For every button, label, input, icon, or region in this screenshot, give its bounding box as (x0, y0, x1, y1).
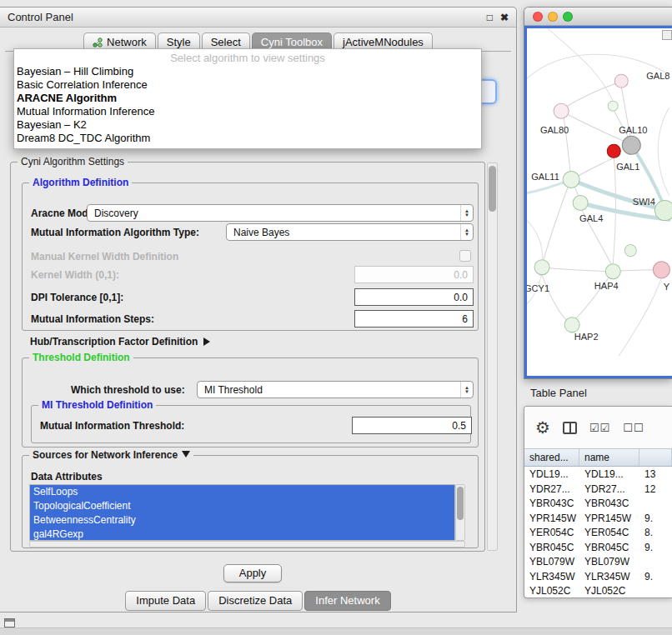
table-header-row: shared... name (524, 448, 672, 467)
bottom-taskbar-strip (0, 628, 672, 635)
mi-steps-field[interactable]: 6 (354, 310, 474, 328)
table-cell: YJL052C (524, 583, 579, 598)
table-row[interactable]: YLR345WYLR345W9. (524, 569, 672, 584)
expand-arrow-icon[interactable] (203, 338, 210, 346)
dropdown-item[interactable]: Dream8 DC_TDC Algorithm (14, 132, 481, 145)
network-node[interactable] (607, 144, 620, 158)
hub-definition-label: Hub/Transcription Factor Definition (30, 336, 198, 348)
network-node[interactable] (564, 318, 579, 332)
network-canvas[interactable]: GAL8GAL80GAL10GAL1GAL11SWI4GAL4GCY1HAP4H… (524, 26, 672, 378)
table-panel-title: Table Panel (530, 387, 587, 399)
table-row[interactable]: YBR045CYBR045C9. (524, 540, 672, 555)
table-cell: YBR043C (579, 496, 639, 511)
kernel-width-field[interactable]: 0.0 (354, 266, 474, 283)
mi-type-combobox[interactable]: Naive Bayes ▲▼ (226, 223, 474, 241)
select-all-checkboxes-icon[interactable]: ☑☑ (589, 422, 610, 434)
deselect-all-checkboxes-icon[interactable]: ☐☐ (623, 422, 644, 434)
scrollbar-thumb[interactable] (489, 166, 496, 212)
dropdown-item[interactable]: Mutual Information Inference (14, 105, 481, 118)
network-node[interactable] (608, 101, 618, 111)
attribute-item-selected[interactable]: gal4RGexp (30, 528, 454, 541)
network-node[interactable] (573, 195, 588, 210)
manual-kernel-checkbox[interactable] (459, 250, 471, 262)
table-row[interactable]: YER054CYER054C8. (524, 525, 672, 540)
collapse-arrow-icon[interactable] (182, 451, 190, 458)
table-row[interactable]: YDL19...YDL19...13 (524, 467, 672, 482)
column-header[interactable] (639, 449, 672, 466)
network-node[interactable] (653, 262, 669, 278)
attributes-hscrollbar[interactable] (29, 541, 465, 548)
hub-definition-toggle[interactable]: Hub/Transcription Factor Definition (30, 336, 210, 348)
table-cell: 9. (639, 511, 672, 526)
network-node[interactable] (534, 260, 549, 275)
combobox-stepper-icon[interactable]: ▲▼ (460, 382, 473, 398)
network-node[interactable] (622, 136, 640, 154)
attribute-item-selected[interactable]: BetweennessCentrality (30, 513, 454, 528)
zoom-traffic-light-icon[interactable] (563, 12, 573, 22)
which-threshold-combobox[interactable]: MI Threshold ▲▼ (197, 381, 474, 398)
table-cell: YBR043C (524, 496, 579, 511)
network-node[interactable] (654, 200, 672, 220)
table-cell: YBL079W (524, 554, 579, 569)
mi-type-label: Mutual Information Algorithm Type: (31, 227, 199, 238)
tab-infer-network[interactable]: Infer Network (304, 591, 390, 611)
gear-icon[interactable]: ⚙ (535, 419, 550, 436)
tab-label: jActiveMNodules (343, 36, 424, 48)
table-cell (639, 554, 672, 569)
network-node[interactable] (554, 103, 569, 118)
network-node[interactable] (605, 264, 620, 279)
network-node[interactable] (563, 171, 579, 188)
network-node-label: GAL8 (646, 71, 669, 81)
table-panel: ⚙ ☑☑ ☐☐ shared... name YDL19...YDL19...1… (524, 406, 672, 598)
network-icon (93, 38, 103, 48)
settings-scrollbar[interactable] (487, 162, 498, 551)
dpi-tolerance-label: DPI Tolerance [0,1]: (31, 292, 123, 303)
table-cell: YLR345W (579, 569, 639, 584)
table-row[interactable]: YBR043CYBR043C (524, 496, 672, 511)
table-cell (639, 496, 672, 511)
dpi-tolerance-field[interactable]: 0.0 (354, 288, 474, 306)
dropdown-item-selected[interactable]: ARACNE Algorithm (14, 92, 481, 105)
sources-toggle[interactable]: Sources for Network Inference (29, 449, 193, 461)
aracne-mode-combobox[interactable]: Discovery ▲▼ (87, 204, 474, 222)
mi-threshold-field[interactable]: 0.5 (352, 417, 472, 434)
float-window-icon[interactable]: □ (487, 12, 493, 23)
restore-control-panel-icon[interactable] (4, 618, 15, 628)
dropdown-item[interactable]: Basic Correlation Inference (14, 78, 481, 92)
close-traffic-light-icon[interactable] (533, 12, 543, 22)
combobox-stepper-icon[interactable]: ▲▼ (460, 205, 473, 221)
network-node-label: Y (664, 282, 670, 292)
table-cell: YBL079W (579, 554, 639, 569)
network-node-label: HAP4 (594, 281, 619, 291)
network-node[interactable] (624, 245, 636, 257)
algorithm-definition-group: Algorithm Definition Aracne Mode: Discov… (22, 182, 479, 331)
table-row[interactable]: YDR27...YDR27...12 (524, 482, 672, 497)
dropdown-item[interactable]: Bayesian – K2 (14, 118, 481, 132)
apply-button[interactable]: Apply (223, 564, 282, 582)
close-window-icon[interactable]: ✖ (500, 12, 509, 23)
group-title: Cyni Algorithm Settings (18, 156, 128, 168)
tab-discretize-data[interactable]: Discretize Data (208, 591, 303, 611)
network-node-label: GCY1 (527, 283, 549, 293)
minimize-traffic-light-icon[interactable] (548, 12, 558, 22)
tab-impute-data[interactable]: Impute Data (125, 591, 206, 611)
dropdown-placeholder: Select algorithm to view settings (14, 51, 481, 65)
column-selector-icon[interactable] (563, 422, 577, 434)
dropdown-item[interactable]: Bayesian – Hill Climbing (14, 65, 481, 78)
table-row[interactable]: YBL079WYBL079W (524, 554, 672, 569)
attribute-item-selected[interactable]: TopologicalCoefficient (30, 499, 454, 513)
column-header-shared-name[interactable]: shared... (524, 449, 579, 466)
data-attributes-list: SelfLoops TopologicalCoefficient Between… (29, 484, 455, 541)
combobox-stepper-icon[interactable]: ▲▼ (460, 224, 473, 240)
table-row[interactable]: YPR145WYPR145W9. (524, 511, 672, 526)
table-row[interactable]: YJL052CYJL052C (524, 583, 672, 598)
threshold-definition-group: Threshold Definition Which threshold to … (22, 358, 479, 448)
column-header-name[interactable]: name (579, 449, 639, 466)
attribute-item-selected[interactable]: SelfLoops (30, 485, 454, 499)
scrollbar-thumb[interactable] (457, 487, 464, 520)
network-node[interactable] (614, 74, 628, 88)
scrollbar-corner-icon[interactable] (662, 30, 672, 40)
attributes-scrollbar[interactable] (455, 484, 465, 541)
group-title: Algorithm Definition (29, 177, 132, 188)
table-cell: YER054C (524, 525, 579, 540)
